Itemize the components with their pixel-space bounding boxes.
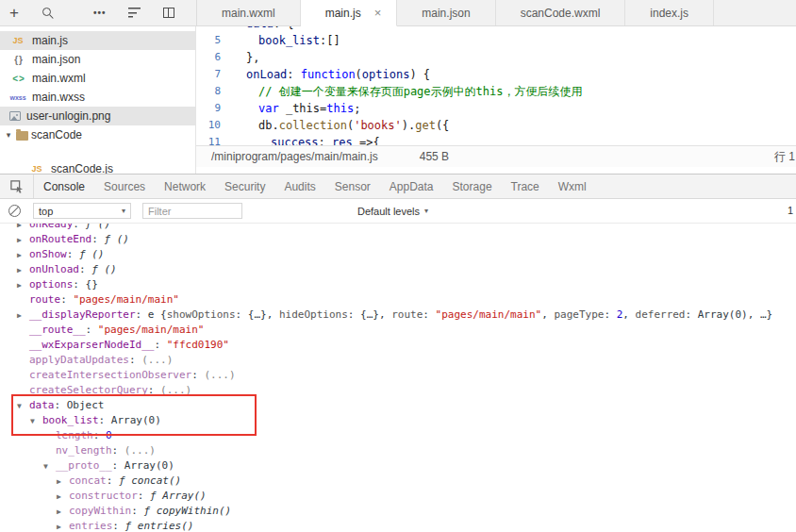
editor-tab-label: main.json bbox=[422, 7, 470, 20]
console-line[interactable]: ▶entries: ƒ entries() bbox=[0, 519, 796, 532]
editor-tab-index.js[interactable]: index.js bbox=[625, 0, 714, 25]
editor-tab-scanCode.wxml[interactable]: scanCode.wxml bbox=[496, 0, 626, 25]
split-icon[interactable] bbox=[163, 8, 174, 18]
console-tab-security[interactable]: Security bbox=[215, 175, 274, 198]
console-line[interactable]: route: "pages/main/main" bbox=[0, 292, 796, 308]
error-count: 1 bbox=[788, 205, 793, 216]
file-item-main.wxss[interactable]: wxssmain.wxss bbox=[0, 88, 195, 107]
code-line-9[interactable]: 9var _this=this; bbox=[196, 100, 796, 117]
json-file-icon: { } bbox=[9, 55, 26, 65]
console-output[interactable]: ▶onReady: ƒ ()▶onRouteEnd: ƒ ()▶onShow: … bbox=[0, 224, 796, 532]
code-text: }, bbox=[234, 49, 259, 66]
sort-icon[interactable] bbox=[128, 8, 141, 18]
file-item-scanCode[interactable]: ▾scanCode bbox=[0, 125, 195, 144]
line-number: 6 bbox=[196, 49, 234, 66]
console-line[interactable]: ▶constructor: ƒ Array() bbox=[0, 489, 796, 504]
chevron-collapsed-icon[interactable]: ▶ bbox=[17, 263, 29, 278]
console-line[interactable]: createSelectorQuery: (...) bbox=[0, 383, 796, 398]
code-line-10[interactable]: 10db.collection('books').get({ bbox=[196, 117, 796, 134]
file-item-main.js[interactable]: JSmain.js bbox=[0, 31, 195, 50]
console-tab-trace[interactable]: Trace bbox=[502, 175, 549, 198]
caret-down-icon: ▾ bbox=[424, 207, 428, 215]
console-line[interactable]: ▼__proto__: Array(0) bbox=[0, 458, 796, 474]
console-line[interactable]: ▶onUnload: ƒ () bbox=[0, 262, 796, 277]
console-line[interactable]: ▶onShow: ƒ () bbox=[0, 247, 796, 262]
console-line[interactable]: __route__: "pages/main/main" bbox=[0, 323, 796, 338]
wxml-file-icon: < > bbox=[9, 74, 26, 84]
chevron-down-icon[interactable]: ▾ bbox=[4, 130, 13, 140]
console-line[interactable]: ▶copyWithin: ƒ copyWithin() bbox=[0, 504, 796, 519]
context-select-label: top bbox=[39, 206, 53, 217]
code-line-8[interactable]: 8// 创建一个变量来保存页面page示例中的this，方便后续使用 bbox=[196, 83, 796, 100]
chevron-collapsed-icon[interactable]: ▶ bbox=[17, 308, 29, 324]
js-file-icon: JS bbox=[28, 164, 45, 174]
console-lines: ▶onReady: ƒ ()▶onRouteEnd: ƒ ()▶onShow: … bbox=[0, 224, 796, 532]
console-line[interactable]: nv_length: (...) bbox=[0, 443, 796, 458]
code-line-5[interactable]: 5book_list:[] bbox=[196, 32, 796, 49]
code-scroll: 4data: {5book_list:[]6},7onLoad: functio… bbox=[196, 26, 796, 145]
more-icon[interactable]: ••• bbox=[93, 8, 107, 18]
file-item-user-unlogin.png[interactable]: user-unlogin.png bbox=[0, 107, 195, 125]
console-line[interactable]: createIntersectionObserver: (...) bbox=[0, 368, 796, 383]
editor-tab-label: main.js bbox=[325, 7, 361, 20]
console-line[interactable]: ▼data: Object bbox=[0, 398, 796, 413]
console-line[interactable]: ▶__displayReporter: e {showOptions: {…},… bbox=[0, 308, 796, 323]
code-text: success: res =>{ bbox=[234, 134, 380, 145]
clear-console-icon[interactable] bbox=[8, 205, 21, 217]
console-line[interactable]: ▶onReady: ƒ () bbox=[0, 224, 796, 232]
editor-tab-main.json[interactable]: main.json bbox=[397, 0, 495, 25]
chevron-expanded-icon[interactable]: ▼ bbox=[30, 414, 42, 429]
inspect-button[interactable] bbox=[0, 175, 34, 198]
chevron-collapsed-icon[interactable]: ▶ bbox=[57, 490, 69, 505]
js-file-icon: JS bbox=[9, 36, 26, 45]
file-name: user-unlogin.png bbox=[26, 109, 110, 123]
editor-tab-label: main.wxml bbox=[222, 7, 275, 20]
chevron-collapsed-icon[interactable]: ▶ bbox=[57, 474, 69, 490]
file-item-scanCode.js[interactable]: JSscanCode.js bbox=[0, 159, 195, 174]
editor-tab-main.js[interactable]: main.js× bbox=[301, 0, 398, 26]
chevron-expanded-icon[interactable]: ▼ bbox=[17, 399, 29, 414]
console-tab-appdata[interactable]: AppData bbox=[380, 175, 443, 198]
console-line[interactable]: ▼book_list: Array(0) bbox=[0, 413, 796, 428]
file-item-main.json[interactable]: { }main.json bbox=[0, 50, 195, 69]
code-text: var _this=this; bbox=[234, 100, 360, 117]
close-icon[interactable]: × bbox=[374, 7, 382, 19]
chevron-collapsed-icon[interactable]: ▶ bbox=[57, 520, 69, 532]
image-file-icon bbox=[9, 111, 21, 121]
console-line[interactable]: __wxExparserNodeId__: "ffcd0190" bbox=[0, 338, 796, 353]
console-tab-audits[interactable]: Audits bbox=[274, 175, 324, 198]
code-line-7[interactable]: 7onLoad: function(options) { bbox=[196, 66, 796, 83]
editor-toolbar-icons: +••• bbox=[0, 0, 196, 25]
chevron-collapsed-icon[interactable]: ▶ bbox=[57, 505, 69, 520]
chevron-collapsed-icon[interactable]: ▶ bbox=[17, 233, 29, 248]
code-line-6[interactable]: 6}, bbox=[196, 49, 796, 66]
console-tab-console[interactable]: Console bbox=[34, 175, 94, 198]
line-number: 10 bbox=[196, 117, 234, 134]
folder-file-icon bbox=[16, 131, 28, 141]
console-toolbar: top ▾ Default levels ▾ 1 bbox=[0, 199, 796, 224]
context-select[interactable]: top ▾ bbox=[33, 203, 131, 219]
code-line-11[interactable]: 11success: res =>{ bbox=[196, 134, 796, 145]
editor-tab-main.wxml[interactable]: main.wxml bbox=[197, 0, 301, 25]
console-tab-storage[interactable]: Storage bbox=[443, 175, 502, 198]
console-tabs: ConsoleSourcesNetworkSecurityAuditsSenso… bbox=[34, 175, 596, 198]
chevron-collapsed-icon[interactable]: ▶ bbox=[17, 278, 29, 293]
console-line[interactable]: applyDataUpdates: (...) bbox=[0, 353, 796, 368]
console-tab-sources[interactable]: Sources bbox=[94, 175, 155, 198]
levels-dropdown[interactable]: Default levels ▾ bbox=[357, 206, 428, 217]
console-tab-sensor[interactable]: Sensor bbox=[325, 175, 380, 198]
console-tab-wxml[interactable]: Wxml bbox=[549, 175, 596, 198]
file-name: scanCode.js bbox=[51, 162, 113, 174]
file-item-main.wxml[interactable]: < >main.wxml bbox=[0, 69, 195, 88]
console-line[interactable]: ▶concat: ƒ concat() bbox=[0, 474, 796, 489]
console-line[interactable]: ▶options: {} bbox=[0, 277, 796, 292]
filter-input[interactable] bbox=[142, 203, 242, 219]
code-area[interactable]: 4data: {5book_list:[]6},7onLoad: functio… bbox=[196, 26, 796, 145]
console-line[interactable]: ▶onRouteEnd: ƒ () bbox=[0, 232, 796, 247]
console-line[interactable]: length: 0 bbox=[0, 428, 796, 443]
new-file-icon[interactable]: + bbox=[9, 5, 19, 21]
chevron-expanded-icon[interactable]: ▼ bbox=[43, 459, 56, 474]
search-icon[interactable] bbox=[41, 7, 54, 19]
console-tab-network[interactable]: Network bbox=[155, 175, 215, 198]
chevron-collapsed-icon[interactable]: ▶ bbox=[17, 248, 29, 263]
